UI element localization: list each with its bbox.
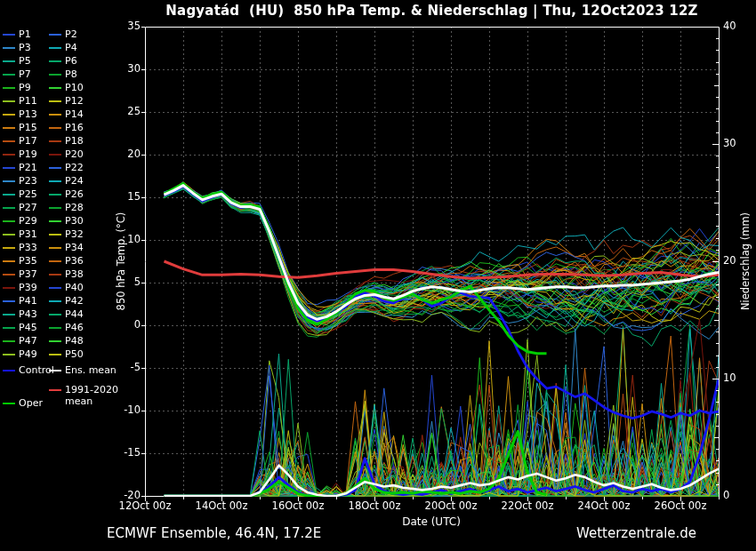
legend-label: P9 [19, 82, 31, 93]
legend-label: P35 [19, 255, 37, 267]
member-line-swatch [49, 234, 61, 236]
date-tick-label: 16Oct 00z [260, 500, 336, 512]
legend-label: P22 [65, 162, 84, 173]
legend-item-oper: Oper [3, 397, 43, 409]
member-line-swatch [49, 354, 61, 355]
legend-item-p18: P18 [49, 135, 84, 147]
legend-item-p40: P40 [49, 282, 84, 293]
member-line-swatch [3, 60, 15, 62]
legend-label: P20 [65, 148, 84, 160]
legend-label: mean [65, 395, 92, 407]
member-line-swatch [49, 340, 61, 342]
legend-item-p37: P37 [3, 268, 37, 280]
legend-label: P1 [19, 28, 31, 40]
legend-label: P12 [65, 95, 84, 107]
temp-tick-label: 25 [96, 106, 141, 117]
member-line-swatch [3, 167, 15, 169]
member-line-swatch [3, 340, 15, 342]
legend-label: P30 [65, 215, 84, 227]
member-line-swatch [49, 207, 61, 209]
legend-item-p9: P9 [3, 82, 31, 93]
legend-label: P25 [19, 188, 37, 200]
member-line-swatch [49, 220, 61, 222]
legend-item-p3: P3 [3, 42, 31, 53]
date-tick-label: 24Oct 00z [566, 500, 642, 512]
member-line-swatch [3, 127, 15, 129]
member-line-swatch [3, 34, 15, 36]
legend-label: Oper [19, 397, 43, 409]
legend-label: P16 [65, 122, 84, 133]
legend-item-p22: P22 [49, 162, 84, 173]
legend-item-p44: P44 [49, 308, 84, 320]
legend-label: P42 [65, 295, 84, 307]
legend-label: 1991-2020 [65, 384, 118, 395]
member-line-swatch [49, 154, 61, 156]
member-line-swatch [49, 314, 61, 315]
legend-label: P28 [65, 202, 84, 213]
member-line-swatch [3, 300, 15, 302]
legend-label: P45 [19, 322, 37, 333]
member-line-swatch [3, 274, 15, 276]
member-line-swatch [49, 327, 61, 329]
legend-item-p50: P50 [49, 348, 84, 360]
ens-mean-line-swatch [49, 370, 61, 371]
legend-label: P33 [19, 242, 37, 253]
member-line-swatch [3, 260, 15, 262]
legend-item-p6: P6 [49, 55, 77, 67]
legend-label: P13 [19, 108, 37, 120]
legend-label: P44 [65, 308, 84, 320]
legend-label: P7 [19, 68, 31, 80]
legend-item-p24: P24 [49, 175, 84, 187]
legend-item-p25: P25 [3, 188, 37, 200]
legend-item-p14: P14 [49, 108, 84, 120]
member-line-swatch [49, 194, 61, 196]
member-line-swatch [49, 34, 61, 36]
legend-item-p36: P36 [49, 255, 84, 267]
member-line-swatch [3, 314, 15, 315]
legend-item-p39: P39 [3, 282, 37, 293]
temp-tick-label: 35 [96, 20, 141, 32]
member-line-swatch [3, 354, 15, 355]
legend-item-p26: P26 [49, 188, 84, 200]
member-line-swatch [3, 194, 15, 196]
legend-item-p28: P28 [49, 202, 84, 213]
legend-item-p33: P33 [3, 242, 37, 253]
date-tick-label: 26Oct 00z [642, 500, 719, 512]
date-tick-label: 12Oct 00z [107, 500, 183, 512]
legend-item-p41: P41 [3, 295, 37, 307]
legend-label: P6 [65, 55, 77, 67]
member-line-swatch [49, 247, 61, 249]
member-line-swatch [3, 207, 15, 209]
ensemble-meteogram: Nagyatád (HU) 850 hPa Temp. & Niederschl… [0, 0, 756, 551]
watermark-text: Wetterzentrale.de [576, 525, 696, 541]
clim-line-swatch [49, 389, 61, 391]
legend-label: P31 [19, 228, 37, 240]
date-tick-label: 22Oct 00z [489, 500, 566, 512]
member-line-swatch [3, 114, 15, 116]
legend-item-p10: P10 [49, 82, 84, 93]
member-line-swatch [3, 100, 15, 102]
temp-tick-label: -10 [96, 404, 141, 416]
legend-item-clim-mean-line2: mean [65, 395, 92, 407]
legend-label: P36 [65, 255, 84, 267]
legend-item-p23: P23 [3, 175, 37, 187]
legend-item-p49: P49 [3, 348, 37, 360]
member-line-swatch [3, 247, 15, 249]
legend-item-p38: P38 [49, 268, 84, 280]
legend-item-p27: P27 [3, 202, 37, 213]
legend-item-p29: P29 [3, 215, 37, 227]
legend-label: P29 [19, 215, 37, 227]
member-line-swatch [3, 87, 15, 89]
member-line-swatch [49, 127, 61, 129]
plot-canvas [0, 0, 756, 551]
member-line-swatch [49, 47, 61, 49]
legend-label: P40 [65, 282, 84, 293]
legend-label: P3 [19, 42, 31, 53]
legend-label: P39 [19, 282, 37, 293]
legend-item-p17: P17 [3, 135, 37, 147]
legend-item-p2: P2 [49, 28, 77, 40]
legend-item-p4: P4 [49, 42, 77, 53]
legend-item-p46: P46 [49, 322, 84, 333]
legend-label: P49 [19, 348, 37, 360]
legend-label: P23 [19, 175, 37, 187]
